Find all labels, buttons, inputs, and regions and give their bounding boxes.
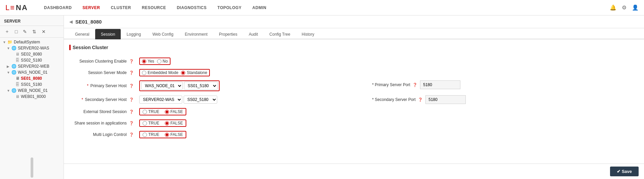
help-icon[interactable]: ❓ bbox=[413, 83, 417, 87]
gear-icon[interactable]: ⚙ bbox=[622, 4, 627, 11]
label-share-session: Share session in applications ❓ bbox=[69, 117, 137, 129]
secondary-host-selects: SERVER02-WAS SS02_5180 bbox=[139, 96, 217, 104]
radio-embedded[interactable]: Embedded Mode bbox=[142, 70, 178, 75]
radio-false[interactable]: FALSE bbox=[165, 121, 183, 126]
tab-session[interactable]: Session bbox=[95, 29, 121, 39]
tab-webconfig[interactable]: Web Config bbox=[147, 29, 179, 39]
sidebar-item-was-node-01[interactable]: ▼ 🌐 WAS_NODE_01 bbox=[0, 69, 64, 75]
primary-host-select2[interactable]: SS01_5180 bbox=[184, 82, 218, 90]
secondary-host-select1[interactable]: SERVER02-WAS bbox=[139, 96, 182, 104]
help-icon[interactable]: ❓ bbox=[129, 98, 134, 102]
nav-diagnostics[interactable]: DIAGNOSTICS bbox=[177, 5, 207, 10]
delete-btn[interactable]: ✕ bbox=[40, 28, 47, 35]
radio-true[interactable]: TRUE bbox=[143, 121, 159, 126]
radio-standalone-input[interactable] bbox=[181, 71, 185, 75]
help-icon[interactable]: ❓ bbox=[129, 84, 134, 88]
radio-yes[interactable]: Yes bbox=[142, 59, 154, 64]
breadcrumb: ◀ SE01_8080 bbox=[64, 15, 644, 28]
sidebar-item-se02-8080[interactable]: 🖥 SE02_8080 bbox=[0, 51, 64, 57]
radio-true-input[interactable] bbox=[143, 133, 147, 137]
globe-icon: 🌐 bbox=[11, 46, 16, 50]
sidebar-label: WEB_NODE_01 bbox=[18, 88, 48, 93]
radio-no[interactable]: No bbox=[157, 59, 168, 64]
radio-false-input[interactable] bbox=[165, 121, 169, 126]
add-btn[interactable]: ＋ bbox=[3, 28, 11, 35]
sidebar-label: SE01_8080 bbox=[21, 76, 42, 81]
content-area: ◀ SE01_8080 General Session Logging Web … bbox=[64, 15, 644, 179]
tab-general[interactable]: General bbox=[69, 29, 95, 39]
logo-icon: L≡ bbox=[5, 3, 15, 12]
help-icon[interactable]: ❓ bbox=[129, 71, 134, 75]
bell-icon[interactable]: 🔔 bbox=[610, 4, 616, 11]
radio-yes-input[interactable] bbox=[142, 59, 146, 64]
radio-standalone[interactable]: Standalone bbox=[181, 70, 207, 75]
radio-false[interactable]: FALSE bbox=[165, 132, 183, 137]
sidebar-item-web01-8000[interactable]: 🖥 WEB01_8000 bbox=[0, 94, 64, 100]
tab-history[interactable]: History bbox=[296, 29, 320, 39]
nav-topology[interactable]: TOPOLOGY bbox=[218, 5, 242, 10]
nav-admin[interactable]: ADMIN bbox=[252, 5, 266, 10]
logo: L≡NA bbox=[5, 3, 28, 12]
radio-true-input[interactable] bbox=[143, 121, 147, 126]
help-icon[interactable]: ❓ bbox=[129, 110, 134, 114]
primary-port-input[interactable] bbox=[420, 80, 460, 89]
radio-true[interactable]: TRUE bbox=[143, 109, 159, 114]
tab-logging[interactable]: Logging bbox=[121, 29, 147, 39]
edit-btn[interactable]: ✎ bbox=[22, 28, 28, 35]
scrollbar-area bbox=[0, 156, 64, 179]
radio-true[interactable]: TRUE bbox=[143, 132, 159, 137]
label-multi-login: Multi Login Control ❓ bbox=[69, 129, 137, 140]
field-secondary-host: SERVER02-WAS SS02_5180 bbox=[137, 93, 370, 106]
nav-cluster[interactable]: CLUSTER bbox=[111, 5, 131, 10]
help-icon[interactable]: ❓ bbox=[418, 98, 423, 102]
nav-dashboard[interactable]: DASHBOARD bbox=[44, 5, 72, 10]
globe-icon: 🌐 bbox=[11, 70, 16, 75]
sidebar-item-ss02-5180[interactable]: 🗄 SS02_5180 bbox=[0, 57, 64, 63]
row-external-stored: External Stored Session ❓ TRUE FALSE bbox=[69, 106, 639, 117]
sidebar-item-server02-web[interactable]: ▶ 🌐 SERVER02-WEB bbox=[0, 63, 64, 69]
logo-text: NA bbox=[16, 3, 28, 12]
server-icon: 🖥 bbox=[15, 52, 20, 57]
primary-host-highlight: WAS_NODE_01 SS01_5180 bbox=[139, 80, 220, 91]
move-btn[interactable]: ⇅ bbox=[31, 28, 38, 35]
radio-embedded-input[interactable] bbox=[142, 71, 146, 75]
folder-icon: 📁 bbox=[7, 40, 12, 44]
sidebar-label: DefaultSystem bbox=[14, 40, 40, 44]
label-secondary-host: * Secondary Server Host ❓ bbox=[69, 93, 137, 106]
tab-properties[interactable]: Properties bbox=[213, 29, 243, 39]
sidebar-item-ss01-5180[interactable]: 🗄 SS01_5180 bbox=[0, 81, 64, 87]
field-primary-host: WAS_NODE_01 SS01_5180 bbox=[137, 78, 370, 93]
radio-false-input[interactable] bbox=[165, 133, 169, 137]
sidebar-label: SS01_5180 bbox=[21, 82, 42, 87]
help-icon[interactable]: ❓ bbox=[129, 133, 134, 137]
nav-server[interactable]: SERVER bbox=[82, 5, 100, 10]
user-icon[interactable]: 👤 bbox=[632, 4, 639, 11]
collapse-btn[interactable]: □ bbox=[13, 28, 19, 35]
radio-no-input[interactable] bbox=[157, 59, 161, 64]
help-icon[interactable]: ❓ bbox=[129, 121, 134, 125]
tab-config-tree[interactable]: Config Tree bbox=[264, 29, 296, 39]
secondary-host-select2[interactable]: SS02_5180 bbox=[184, 96, 217, 104]
nav-resource[interactable]: RESOURCE bbox=[142, 5, 166, 10]
primary-host-select1[interactable]: WAS_NODE_01 bbox=[141, 82, 183, 90]
sidebar-label: SERVER02-WEB bbox=[18, 64, 49, 69]
secondary-port-input[interactable] bbox=[425, 95, 466, 104]
clustering-highlight-box: Yes No bbox=[139, 58, 171, 65]
sidebar-item-web-node-01[interactable]: ▼ 🌐 WEB_NODE_01 bbox=[0, 87, 64, 94]
globe-icon: 🌐 bbox=[11, 64, 16, 69]
radio-false[interactable]: FALSE bbox=[165, 109, 183, 114]
sidebar-item-se01-8080[interactable]: 🖥 SE01_8080 bbox=[0, 75, 64, 81]
label-session-clustering: Session Clustering Enable ❓ bbox=[69, 56, 137, 67]
save-button[interactable]: ✔ Save bbox=[610, 167, 639, 176]
session-content: Session Cluster Session Clustering Enabl… bbox=[64, 39, 644, 164]
section-title: Session Cluster bbox=[73, 45, 108, 50]
row-primary-host: * Primary Server Host ❓ WAS_NODE_01 SS01… bbox=[69, 78, 639, 93]
radio-false-input[interactable] bbox=[165, 110, 169, 114]
sidebar-item-defaultsystem[interactable]: ▼ 📁 DefaultSystem bbox=[0, 39, 64, 45]
sidebar-item-server02-was[interactable]: ▼ 🌐 SERVER02-WAS bbox=[0, 45, 64, 51]
help-icon[interactable]: ❓ bbox=[129, 59, 134, 63]
tab-environment[interactable]: Environment bbox=[179, 29, 213, 39]
radio-true-input[interactable] bbox=[143, 110, 147, 114]
tab-audit[interactable]: Audit bbox=[243, 29, 264, 39]
scrollbar-handle[interactable] bbox=[31, 157, 33, 178]
